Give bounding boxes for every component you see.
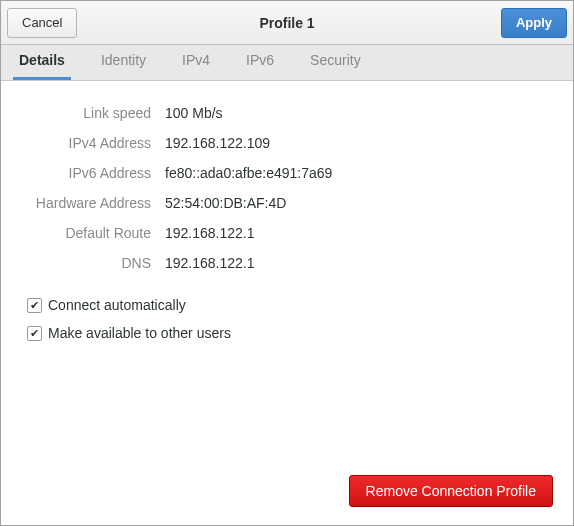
tab-bar: Details Identity IPv4 IPv6 Security bbox=[1, 45, 573, 81]
dns-label: DNS bbox=[21, 255, 151, 271]
cancel-button[interactable]: Cancel bbox=[7, 8, 77, 38]
tab-security[interactable]: Security bbox=[304, 43, 367, 80]
dialog-window: Cancel Profile 1 Apply Details Identity … bbox=[0, 0, 574, 526]
ipv6-address-value: fe80::ada0:afbe:e491:7a69 bbox=[165, 165, 553, 181]
checkbox-icon bbox=[27, 326, 42, 341]
available-others-check[interactable]: Make available to other users bbox=[27, 325, 553, 341]
details-grid: Link speed 100 Mb/s IPv4 Address 192.168… bbox=[21, 105, 553, 271]
default-route-label: Default Route bbox=[21, 225, 151, 241]
hardware-address-value: 52:54:00:DB:AF:4D bbox=[165, 195, 553, 211]
connect-auto-check[interactable]: Connect automatically bbox=[27, 297, 553, 313]
check-group: Connect automatically Make available to … bbox=[27, 297, 553, 341]
titlebar: Cancel Profile 1 Apply bbox=[1, 1, 573, 45]
available-others-label: Make available to other users bbox=[48, 325, 231, 341]
apply-button[interactable]: Apply bbox=[501, 8, 567, 38]
footer: Remove Connection Profile bbox=[21, 475, 553, 507]
window-title: Profile 1 bbox=[1, 15, 573, 31]
link-speed-label: Link speed bbox=[21, 105, 151, 121]
tab-ipv4[interactable]: IPv4 bbox=[176, 43, 216, 80]
remove-connection-button[interactable]: Remove Connection Profile bbox=[349, 475, 553, 507]
content-area: Link speed 100 Mb/s IPv4 Address 192.168… bbox=[1, 81, 573, 525]
default-route-value: 192.168.122.1 bbox=[165, 225, 553, 241]
connect-auto-label: Connect automatically bbox=[48, 297, 186, 313]
checkbox-icon bbox=[27, 298, 42, 313]
dns-value: 192.168.122.1 bbox=[165, 255, 553, 271]
ipv6-address-label: IPv6 Address bbox=[21, 165, 151, 181]
tab-details[interactable]: Details bbox=[13, 43, 71, 80]
hardware-address-label: Hardware Address bbox=[21, 195, 151, 211]
ipv4-address-value: 192.168.122.109 bbox=[165, 135, 553, 151]
ipv4-address-label: IPv4 Address bbox=[21, 135, 151, 151]
tab-identity[interactable]: Identity bbox=[95, 43, 152, 80]
tab-ipv6[interactable]: IPv6 bbox=[240, 43, 280, 80]
link-speed-value: 100 Mb/s bbox=[165, 105, 553, 121]
